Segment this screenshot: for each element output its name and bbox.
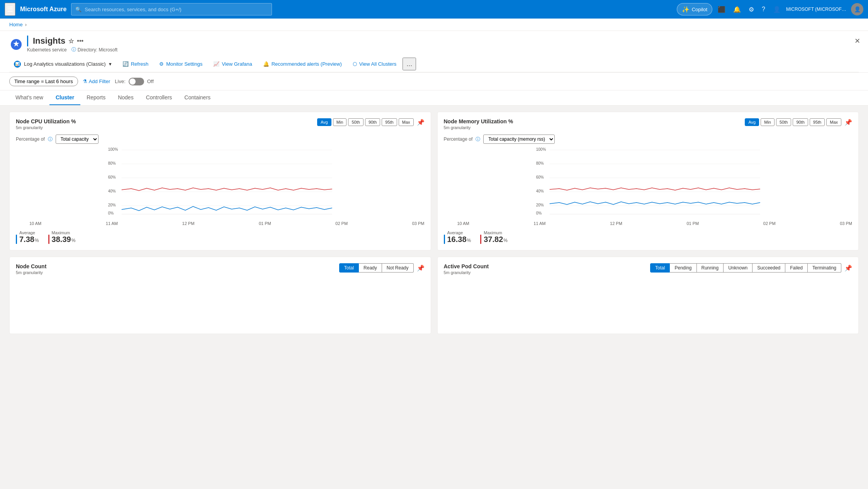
cpu-avg-bar bbox=[16, 235, 17, 244]
pod-total-btn[interactable]: Total bbox=[650, 263, 670, 273]
settings-button[interactable]: ⚙ bbox=[746, 3, 756, 15]
memory-avg-btn[interactable]: Avg bbox=[745, 118, 759, 126]
monitor-settings-icon: ⚙ bbox=[159, 61, 164, 67]
cpu-90th-btn[interactable]: 90th bbox=[365, 118, 380, 126]
pod-pending-btn[interactable]: Pending bbox=[670, 263, 696, 273]
page-title: Insights ☆ ••• bbox=[27, 36, 117, 46]
cpu-avg-btn[interactable]: Avg bbox=[317, 118, 331, 126]
refresh-button[interactable]: 🔄 Refresh bbox=[118, 59, 153, 69]
notifications-button[interactable]: 🔔 bbox=[731, 3, 743, 15]
filter-bar: Time range = Last 6 hours ⚗ Add Filter L… bbox=[0, 73, 868, 90]
pod-running-btn[interactable]: Running bbox=[697, 263, 724, 273]
monitor-settings-button[interactable]: ⚙ Monitor Settings bbox=[155, 59, 207, 69]
pod-succeeded-btn[interactable]: Succeeded bbox=[752, 263, 785, 273]
recommended-alerts-button[interactable]: 🔔 Recommended alerts (Preview) bbox=[258, 59, 347, 69]
node-not-ready-btn[interactable]: Not Ready bbox=[382, 263, 414, 273]
cpu-chart-card: Node CPU Utilization % 5m granularity Av… bbox=[9, 112, 431, 250]
cpu-percentage-dropdown[interactable]: Total capacity bbox=[56, 135, 99, 144]
avatar[interactable]: 👤 bbox=[851, 3, 863, 15]
pod-count-subtitle: 5m granularity bbox=[444, 270, 489, 275]
pod-terminating-btn[interactable]: Terminating bbox=[808, 263, 841, 273]
cpu-max-bar bbox=[48, 235, 49, 244]
feedback-button[interactable]: 👤 bbox=[771, 3, 783, 15]
hamburger-menu[interactable]: ☰ bbox=[5, 3, 15, 16]
memory-legend: Average 16.38 % Maximum 37.82 % bbox=[444, 230, 853, 244]
cpu-min-btn[interactable]: Min bbox=[333, 118, 347, 126]
tab-controllers[interactable]: Controllers bbox=[140, 90, 178, 105]
node-count-tab-buttons: Total Ready Not Ready bbox=[339, 263, 414, 273]
node-count-header: Node Count 5m granularity Total Ready No… bbox=[16, 263, 425, 275]
favorite-icon[interactable]: ☆ bbox=[68, 37, 74, 45]
refresh-icon: 🔄 bbox=[122, 61, 129, 67]
more-toolbar-button[interactable]: ... bbox=[403, 58, 416, 70]
memory-pin-button[interactable]: 📌 bbox=[844, 119, 852, 126]
cpu-percentage-row: Percentage of ⓘ Total capacity bbox=[16, 135, 425, 144]
more-options-icon[interactable]: ••• bbox=[77, 37, 83, 44]
cpu-pin-button[interactable]: 📌 bbox=[417, 119, 425, 126]
view-grafana-button[interactable]: 📈 View Grafana bbox=[209, 59, 257, 69]
cpu-avg-legend: Average 7.38 % bbox=[16, 230, 39, 244]
cpu-95th-btn[interactable]: 95th bbox=[382, 118, 397, 126]
add-filter-button[interactable]: ⚗ Add Filter bbox=[83, 78, 110, 84]
close-button[interactable]: ✕ bbox=[854, 37, 860, 45]
pod-count-header: Active Pod Count 5m granularity Total Pe… bbox=[444, 263, 853, 275]
memory-avg-bar bbox=[444, 235, 445, 244]
memory-50th-btn[interactable]: 50th bbox=[776, 118, 791, 126]
page-subtitle: Kubernetes service ⓘ Directory: Microsof… bbox=[27, 46, 117, 53]
pod-failed-btn[interactable]: Failed bbox=[785, 263, 808, 273]
cpu-chart-header: Node CPU Utilization % 5m granularity Av… bbox=[16, 118, 425, 130]
cpu-stat-controls: Avg Min 50th 90th 95th Max 📌 bbox=[317, 118, 425, 126]
memory-stat-controls: Avg Min 50th 90th 95th Max 📌 bbox=[745, 118, 852, 126]
breadcrumb-home[interactable]: Home bbox=[9, 22, 23, 27]
node-ready-btn[interactable]: Ready bbox=[359, 263, 382, 273]
cpu-legend: Average 7.38 % Maximum 38.39 % bbox=[16, 230, 425, 244]
tab-reports[interactable]: Reports bbox=[80, 90, 112, 105]
pod-count-tab-buttons: Total Pending Running Unknown Succeeded … bbox=[650, 263, 841, 273]
memory-chart-area: 100% 80% 60% 40% 20% 0% bbox=[444, 147, 853, 216]
search-bar[interactable]: 🔍 bbox=[71, 3, 272, 15]
memory-avg-legend: Average 16.38 % bbox=[444, 230, 471, 244]
cpu-max-btn[interactable]: Max bbox=[399, 118, 414, 126]
memory-percentage-row: Percentage of ⓘ Total capacity (memory r… bbox=[444, 135, 853, 144]
view-all-clusters-button[interactable]: ⬡ View All Clusters bbox=[348, 59, 401, 69]
memory-max-btn[interactable]: Max bbox=[826, 118, 841, 126]
live-toggle[interactable] bbox=[129, 78, 144, 85]
live-toggle-section: Live: Off bbox=[115, 78, 154, 85]
memory-95th-btn[interactable]: 95th bbox=[810, 118, 825, 126]
node-count-pin-button[interactable]: 📌 bbox=[417, 264, 425, 272]
kubernetes-icon bbox=[9, 37, 23, 51]
nav-dropdown[interactable]: 📊 Log Analytics visualizations (Classic)… bbox=[9, 58, 116, 70]
node-total-btn[interactable]: Total bbox=[339, 263, 359, 273]
memory-min-btn[interactable]: Min bbox=[761, 118, 775, 126]
copilot-icon: ✨ bbox=[682, 6, 690, 13]
memory-90th-btn[interactable]: 90th bbox=[793, 118, 808, 126]
help-button[interactable]: ? bbox=[759, 3, 768, 15]
terminal-button[interactable]: ⬛ bbox=[715, 3, 728, 15]
time-range-button[interactable]: Time range = Last 6 hours bbox=[9, 77, 78, 86]
search-input[interactable] bbox=[85, 7, 268, 12]
pod-unknown-btn[interactable]: Unknown bbox=[724, 263, 752, 273]
nav-icon: 📊 bbox=[14, 61, 21, 68]
copilot-button[interactable]: ✨ Copilot bbox=[677, 3, 712, 15]
toolbar: 📊 Log Analytics visualizations (Classic)… bbox=[9, 56, 859, 72]
breadcrumb-chevron: › bbox=[25, 22, 27, 27]
svg-text:60%: 60% bbox=[108, 175, 116, 179]
tab-whats-new[interactable]: What's new bbox=[9, 90, 49, 105]
cpu-50th-btn[interactable]: 50th bbox=[348, 118, 363, 126]
tab-cluster[interactable]: Cluster bbox=[49, 90, 80, 105]
svg-text:80%: 80% bbox=[536, 161, 544, 165]
memory-info-icon: ⓘ bbox=[476, 136, 480, 143]
alerts-icon: 🔔 bbox=[263, 61, 269, 67]
tab-nodes[interactable]: Nodes bbox=[112, 90, 139, 105]
main-content: Node CPU Utilization % 5m granularity Av… bbox=[0, 106, 868, 340]
memory-chart-card: Node Memory Utilization % 5m granularity… bbox=[437, 112, 859, 250]
pod-count-card: Active Pod Count 5m granularity Total Pe… bbox=[437, 257, 859, 334]
pod-count-pin-button[interactable]: 📌 bbox=[844, 264, 852, 272]
charts-row-top: Node CPU Utilization % 5m granularity Av… bbox=[9, 112, 859, 250]
tab-containers[interactable]: Containers bbox=[178, 90, 217, 105]
svg-text:80%: 80% bbox=[108, 161, 116, 165]
memory-percentage-dropdown[interactable]: Total capacity (memory rss) bbox=[483, 135, 555, 144]
svg-text:20%: 20% bbox=[536, 203, 544, 207]
svg-text:100%: 100% bbox=[536, 147, 546, 152]
filter-icon: ⚗ bbox=[83, 78, 87, 84]
